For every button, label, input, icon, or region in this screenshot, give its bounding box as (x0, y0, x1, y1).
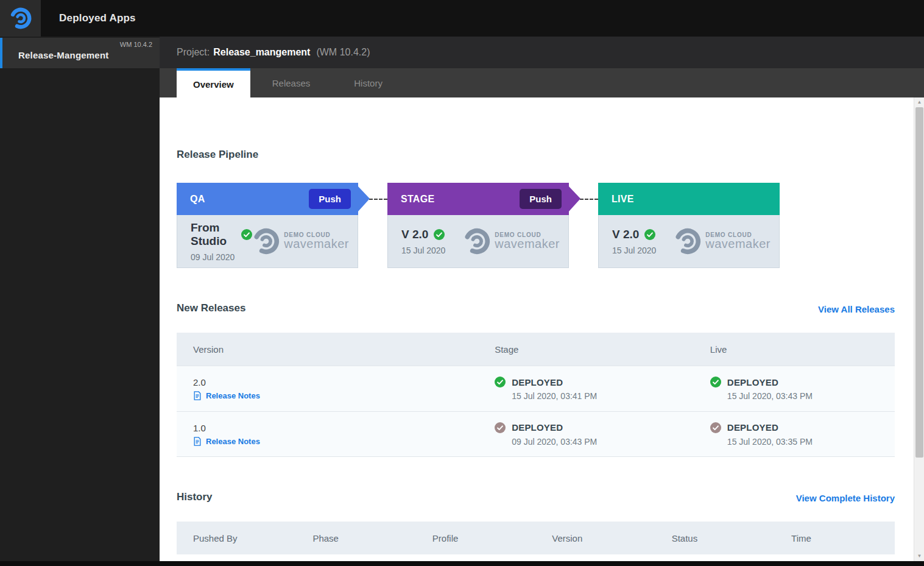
table-row: 2.0 Release Notes DEPLOYED (177, 366, 895, 411)
column-header-time: Time (775, 533, 894, 543)
column-header-stage: Stage (478, 344, 694, 355)
column-header-status: Status (655, 533, 775, 543)
status-badge: DEPLOYED (727, 422, 778, 433)
wavemaker-wave-icon (463, 227, 491, 255)
deployed-check-icon (434, 229, 445, 240)
history-title: History (177, 491, 213, 503)
wavemaker-wave-icon (9, 7, 32, 30)
document-icon (193, 391, 202, 400)
deployed-check-icon (710, 377, 721, 387)
stage-version-stage: V 2.0 (401, 228, 428, 241)
stage-version-qa: From Studio (191, 221, 236, 248)
status-badge: DEPLOYED (512, 422, 563, 433)
release-version: 1.0 (193, 423, 478, 433)
project-version: (WM 10.4.2) (316, 47, 370, 58)
project-name: Release_mangement (213, 47, 310, 58)
deployed-check-icon (241, 229, 252, 240)
pipeline-connector (580, 199, 598, 200)
release-notes-link[interactable]: Release Notes (193, 437, 478, 446)
view-complete-history-link[interactable]: View Complete History (796, 493, 895, 503)
scrollbar-thumb[interactable] (915, 107, 923, 458)
new-releases-title: New Releases (177, 302, 245, 314)
pipeline-connector (369, 199, 387, 200)
vertical-scrollbar[interactable]: ▲ ▼ (914, 97, 924, 561)
top-app-bar: Deployed Apps (0, 0, 924, 37)
demo-cloud-logo: DEMO CLOUD wavemaker (252, 227, 349, 255)
view-all-releases-link[interactable]: View All Releases (818, 304, 895, 314)
release-version: 2.0 (193, 377, 478, 387)
tab-releases[interactable]: Releases (250, 68, 333, 97)
stage-date-live: 15 Jul 2020 (612, 246, 656, 255)
release-pipeline: QA Push From Studio (177, 183, 895, 268)
deployed-check-icon (710, 422, 721, 433)
stage-version-live: V 2.0 (612, 228, 639, 241)
pipeline-card-qa: QA Push From Studio (177, 183, 358, 268)
wavemaker-label: wavemaker (284, 237, 349, 251)
new-releases-table: Version Stage Live 2.0 Release Notes (177, 333, 895, 457)
projects-sidebar: WM 10.4.2 Release-Mangement (0, 37, 160, 561)
overview-content: Release Pipeline QA Push (160, 97, 914, 561)
status-timestamp: 15 Jul 2020, 03:43 PM (710, 391, 895, 401)
tab-history[interactable]: History (332, 68, 404, 97)
release-notes-label: Release Notes (206, 391, 260, 400)
status-badge: DEPLOYED (512, 377, 563, 387)
demo-cloud-logo: DEMO CLOUD wavemaker (674, 227, 771, 255)
demo-cloud-logo: DEMO CLOUD wavemaker (463, 227, 560, 255)
scrollbar-down-arrow-icon[interactable]: ▼ (914, 551, 924, 561)
pipeline-arrow-icon (358, 186, 370, 211)
table-row: 1.0 Release Notes DEPLOYED (177, 411, 895, 457)
status-timestamp: 15 Jul 2020, 03:35 PM (710, 437, 895, 447)
status-badge: DEPLOYED (727, 377, 778, 387)
column-header-version: Version (535, 533, 655, 543)
stage-date-stage: 15 Jul 2020 (401, 246, 445, 255)
tab-overview[interactable]: Overview (177, 68, 250, 97)
stage-name-live: LIVE (612, 194, 634, 205)
stage-name-stage: STAGE (401, 194, 434, 205)
push-button-qa[interactable]: Push (309, 189, 351, 209)
pipeline-arrow-icon (569, 186, 580, 211)
history-table: Pushed By Phase Profile Version Status T… (177, 522, 895, 554)
wavemaker-wave-icon (252, 227, 280, 255)
bottom-edge-bar (0, 561, 924, 566)
project-header: Project: Release_mangement (WM 10.4.2) (160, 37, 924, 68)
stage-name-qa: QA (190, 194, 205, 205)
sidebar-item-label: Release-Mangement (18, 50, 108, 60)
release-pipeline-title: Release Pipeline (177, 149, 895, 161)
sidebar-item-release-mangement[interactable]: WM 10.4.2 Release-Mangement (0, 38, 160, 68)
sidebar-item-version: WM 10.4.2 (120, 41, 152, 48)
push-button-stage[interactable]: Push (520, 189, 562, 209)
scrollbar-up-arrow-icon[interactable]: ▲ (914, 97, 924, 107)
pipeline-card-live: LIVE V 2.0 15 Jul 2020 (598, 183, 780, 268)
status-timestamp: 15 Jul 2020, 03:41 PM (495, 391, 694, 401)
pipeline-card-stage: STAGE Push V 2.0 (387, 183, 569, 268)
column-header-profile: Profile (416, 533, 535, 543)
wavemaker-label: wavemaker (705, 237, 771, 251)
app-title: Deployed Apps (59, 12, 136, 24)
column-header-live: Live (694, 344, 895, 355)
release-notes-label: Release Notes (206, 437, 260, 446)
deployed-check-icon (495, 422, 506, 433)
document-icon (193, 437, 202, 446)
status-timestamp: 09 Jul 2020, 03:43 PM (495, 437, 694, 447)
tab-bar: Overview Releases History (160, 68, 924, 97)
column-header-phase: Phase (296, 533, 415, 543)
stage-date-qa: 09 Jul 2020 (191, 252, 252, 262)
release-notes-link[interactable]: Release Notes (193, 391, 478, 400)
deployed-check-icon (644, 229, 655, 240)
column-header-pushed-by: Pushed By (177, 533, 296, 543)
wavemaker-wave-icon (674, 227, 702, 255)
project-label: Project: (177, 47, 210, 58)
deployed-check-icon (495, 377, 506, 387)
wavemaker-logo[interactable] (0, 0, 41, 37)
wavemaker-label: wavemaker (495, 237, 560, 251)
column-header-version: Version (177, 344, 478, 355)
